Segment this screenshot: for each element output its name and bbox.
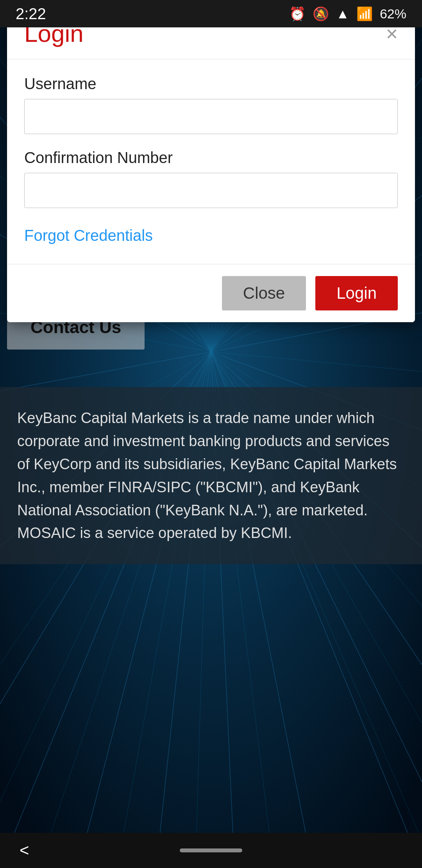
- notification-muted-icon: 🔕: [313, 6, 329, 22]
- confirmation-input[interactable]: [24, 173, 398, 208]
- login-modal: Login × Username Confirmation Number For…: [7, 4, 415, 322]
- close-button[interactable]: Close: [222, 276, 306, 310]
- modal-footer: Close Login: [7, 264, 415, 322]
- status-time: 2:22: [16, 5, 46, 23]
- confirmation-label: Confirmation Number: [24, 149, 398, 167]
- confirmation-field-group: Confirmation Number: [24, 149, 398, 208]
- disclaimer-text: KeyBanc Capital Markets is a trade name …: [17, 407, 405, 545]
- alarm-icon: ⏰: [289, 6, 306, 22]
- modal-body: Username Confirmation Number Forgot Cred…: [7, 59, 415, 256]
- login-button[interactable]: Login: [315, 276, 398, 310]
- status-icons: ⏰ 🔕 ▲ 📶 62%: [289, 6, 406, 22]
- home-indicator[interactable]: [180, 848, 242, 852]
- disclaimer-section: KeyBanc Capital Markets is a trade name …: [0, 387, 422, 564]
- signal-icon: 📶: [356, 6, 373, 22]
- wifi-icon: ▲: [336, 6, 349, 22]
- nav-bar: <: [0, 833, 422, 868]
- username-field-group: Username: [24, 75, 398, 134]
- username-label: Username: [24, 75, 398, 93]
- back-button[interactable]: <: [20, 841, 29, 860]
- battery-level: 62%: [380, 6, 406, 22]
- status-bar: 2:22 ⏰ 🔕 ▲ 📶 62%: [0, 0, 422, 27]
- forgot-credentials-link[interactable]: Forgot Credentials: [24, 227, 153, 244]
- username-input[interactable]: [24, 99, 398, 134]
